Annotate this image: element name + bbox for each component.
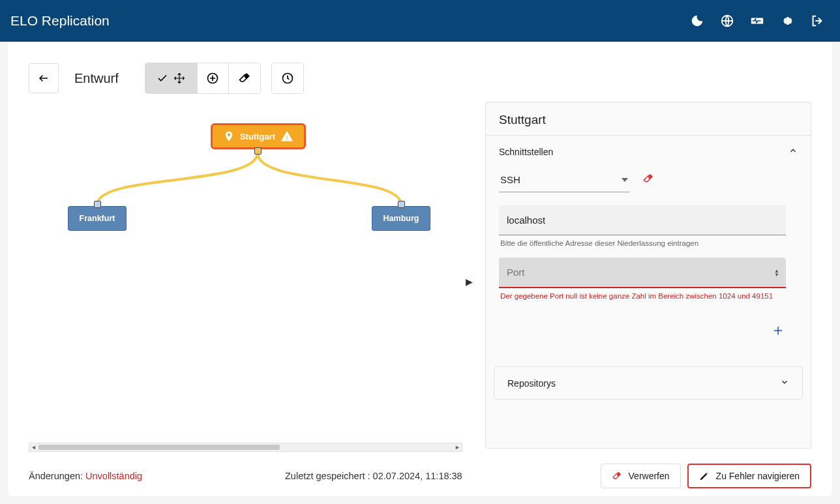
panel-title: Stuttgart <box>486 102 811 135</box>
select-move-button[interactable] <box>145 63 198 93</box>
add-interface-button[interactable]: ＋ <box>770 319 786 340</box>
section-label: Schnittstellen <box>499 147 553 157</box>
header-actions <box>690 14 824 28</box>
main-content: Entwurf <box>8 42 832 496</box>
app-header: ELO Replication <box>0 0 840 42</box>
footer-bar: Änderungen: Unvollständig Zuletzt gespei… <box>29 452 811 488</box>
heartbeat-icon[interactable] <box>750 14 764 28</box>
location-pin-icon <box>223 130 235 142</box>
interfaces-header[interactable]: Schnittstellen <box>486 136 811 168</box>
node-label: Hamburg <box>383 214 419 223</box>
gear-icon[interactable] <box>780 14 794 28</box>
last-saved-label: Zuletzt gespeichert : 02.07.2024, 11:18:… <box>285 471 462 481</box>
interfaces-body: SSH Bitte die öffentliche Adresse dieser… <box>486 168 811 353</box>
page-mode-label: Entwurf <box>74 71 119 86</box>
port-in-frankfurt[interactable] <box>94 201 101 208</box>
discard-label: Verwerfen <box>629 471 670 481</box>
repositories-header[interactable]: Repositorys <box>494 367 802 399</box>
pencil-icon <box>699 471 710 481</box>
port-in-hamburg[interactable] <box>398 201 405 208</box>
node-stuttgart[interactable]: Stuttgart <box>211 123 306 149</box>
horizontal-scrollbar[interactable]: ◄ ► <box>29 443 462 452</box>
history-button[interactable] <box>272 63 303 93</box>
check-icon <box>157 72 168 84</box>
eraser-icon <box>238 72 251 85</box>
protocol-select[interactable]: SSH <box>499 168 629 192</box>
canvas-toolbar <box>145 63 304 94</box>
arrow-left-icon <box>38 72 50 84</box>
clock-icon <box>281 72 294 85</box>
host-input[interactable] <box>499 205 786 235</box>
host-hint: Bitte die öffentliche Adresse dieser Nie… <box>499 235 798 258</box>
dark-mode-icon[interactable] <box>690 14 704 28</box>
logout-icon[interactable] <box>810 14 824 28</box>
properties-panel: Stuttgart Schnittstellen SSH <box>485 102 811 449</box>
protocol-value: SSH <box>500 174 520 185</box>
footer-buttons: Verwerfen Zu Fehler navigieren <box>601 464 811 488</box>
changes-label: Änderungen: <box>29 471 83 481</box>
port-error-text: Der gegebene Port null ist keine ganze Z… <box>499 288 786 300</box>
port-input[interactable] <box>499 258 786 288</box>
chevron-up-icon <box>788 146 798 157</box>
panel-collapse-toggle[interactable]: ▶ <box>466 276 473 287</box>
node-label: Frankfurt <box>80 214 115 223</box>
scroll-left-arrow[interactable]: ◄ <box>31 444 37 451</box>
discard-button[interactable]: Verwerfen <box>601 464 681 488</box>
chevron-down-icon <box>780 378 789 389</box>
number-spinner[interactable]: ▲▼ <box>774 269 779 277</box>
navigate-error-button[interactable]: Zu Fehler navigieren <box>687 464 811 488</box>
node-frankfurt[interactable]: Frankfurt <box>68 206 127 231</box>
changes-status: Unvollständig <box>85 471 142 481</box>
toolbar-row: Entwurf <box>29 63 811 94</box>
move-icon <box>173 72 185 84</box>
node-hamburg[interactable]: Hamburg <box>372 206 430 231</box>
erase-button[interactable] <box>229 63 260 93</box>
back-button[interactable] <box>29 63 59 93</box>
dropdown-arrow-icon <box>622 178 628 182</box>
section-label: Repositorys <box>507 378 556 389</box>
scroll-right-arrow[interactable]: ► <box>455 444 460 451</box>
app-title: ELO Replication <box>10 13 110 29</box>
repositories-section: Repositorys <box>494 366 803 400</box>
add-node-button[interactable] <box>198 63 229 93</box>
interfaces-section: Schnittstellen SSH <box>486 135 811 353</box>
main-body: Stuttgart Frankfurt Hamburg ◄ ► ▶ Stuttg… <box>29 102 811 452</box>
footer-status-group: Änderungen: Unvollständig <box>29 471 142 481</box>
plus-circle-icon <box>206 72 219 85</box>
port-out-stuttgart[interactable] <box>254 147 262 155</box>
eraser-icon <box>612 471 622 481</box>
warning-icon <box>280 130 293 143</box>
scroll-thumb[interactable] <box>38 445 280 450</box>
navigate-label: Zu Fehler navigieren <box>716 471 800 481</box>
node-label: Stuttgart <box>240 132 275 141</box>
eraser-icon <box>642 173 654 185</box>
clear-interface-button[interactable] <box>642 173 654 187</box>
globe-icon[interactable] <box>720 14 734 28</box>
diagram-canvas[interactable]: Stuttgart Frankfurt Hamburg ◄ ► <box>29 102 475 452</box>
